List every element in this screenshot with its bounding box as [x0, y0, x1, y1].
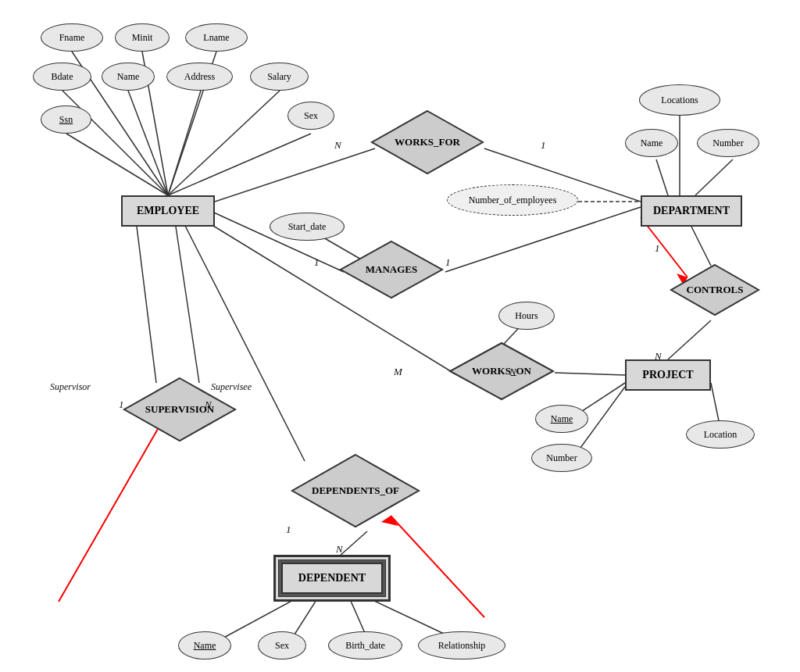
svg-line-21 [668, 320, 711, 359]
attr-hours: Hours [498, 302, 555, 330]
attr-lname: Lname [185, 23, 248, 52]
attr-bdate: Bdate [33, 63, 91, 91]
attr-proj-name: Name [535, 405, 588, 433]
attr-salary: Salary [250, 63, 309, 91]
attr-num-employees: Number_of_employees [447, 184, 578, 216]
card-n-controls-proj: N [655, 350, 662, 363]
attr-minit: Minit [115, 23, 170, 52]
attr-name-emp: Name [102, 63, 155, 91]
attr-start-date: Start_date [270, 213, 345, 241]
card-n-works-for: N [334, 139, 341, 152]
attr-dep-relationship: Relationship [418, 631, 505, 659]
svg-line-22 [691, 227, 711, 266]
relationship-manages: MANAGES [338, 238, 445, 301]
attr-dep-name: Name [178, 631, 231, 659]
svg-line-27 [176, 227, 199, 383]
attr-locations: Locations [639, 84, 720, 116]
entity-department: DEPARTMENT [641, 195, 742, 227]
attr-dept-number: Number [697, 129, 759, 157]
card-n-dependents: N [336, 543, 343, 556]
relationship-works-on: WORKS_ON [447, 340, 556, 402]
attr-fname: Fname [41, 23, 103, 52]
svg-line-11 [656, 159, 668, 195]
svg-line-4 [128, 91, 168, 195]
svg-line-36 [391, 516, 484, 617]
entity-dependent: DEPENDENT [281, 563, 383, 594]
relationship-works-for: WORKS_FOR [369, 108, 486, 177]
attr-sex-emp: Sex [288, 102, 334, 130]
svg-line-9 [215, 148, 375, 202]
er-diagram-canvas: EMPLOYEE DEPARTMENT PROJECT DEPENDENT WO… [0, 0, 800, 672]
attr-dep-birth: Birth_date [328, 631, 402, 659]
svg-line-3 [62, 91, 168, 195]
attr-address: Address [166, 63, 233, 91]
svg-line-15 [445, 207, 641, 272]
card-1-dependents: 1 [286, 524, 291, 536]
relationship-dependents-of: DEPENDENTS_OF [289, 452, 422, 530]
svg-line-19 [555, 373, 625, 375]
svg-line-7 [66, 134, 168, 195]
card-1-controls-dept: 1 [655, 242, 660, 255]
relationship-controls: CONTROLS [668, 262, 762, 318]
card-1-supervision: 1 [119, 399, 124, 411]
attr-ssn: Ssn [41, 105, 91, 134]
card-1-manages-emp: 1 [314, 256, 320, 269]
svg-line-12 [695, 159, 733, 195]
card-1-manages-dept: 1 [445, 256, 451, 269]
svg-line-8 [168, 134, 311, 195]
svg-line-6 [168, 91, 280, 195]
attr-dep-sex: Sex [258, 631, 306, 659]
card-m-works-on: M [394, 366, 402, 378]
attr-dept-name: Name [625, 129, 678, 157]
svg-line-5 [168, 91, 201, 195]
card-supervisee: Supervisee [211, 381, 252, 393]
svg-line-26 [137, 227, 156, 383]
entity-employee: EMPLOYEE [121, 195, 215, 227]
card-supervisor: Supervisor [50, 381, 91, 393]
entity-project: PROJECT [625, 359, 711, 391]
attr-proj-number: Number [531, 444, 592, 472]
svg-line-34 [59, 418, 164, 602]
card-1-works-for: 1 [541, 139, 546, 152]
attr-proj-location: Location [686, 420, 755, 449]
